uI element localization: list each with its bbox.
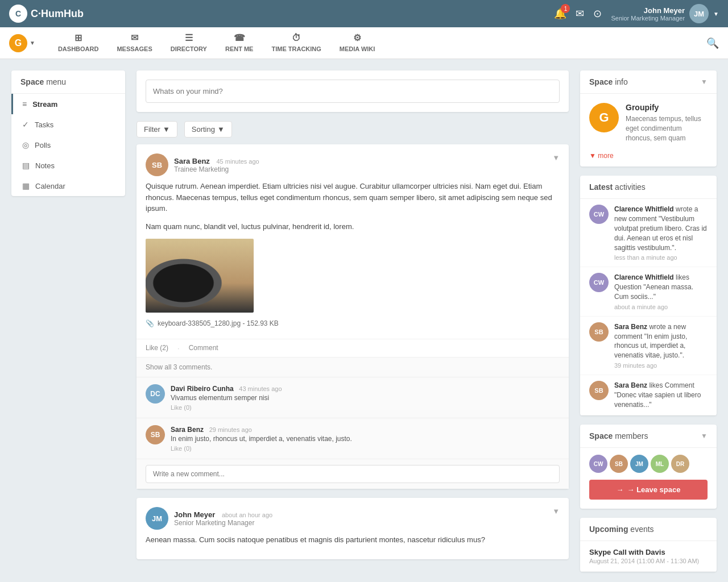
post-input-field[interactable] — [146, 80, 560, 103]
post1-actions: Like (2) · Comment — [136, 339, 569, 357]
rent-me-icon: ☎ — [234, 32, 245, 43]
activity2-text: Clarence Whitfield likes Question "Aenea… — [614, 273, 708, 301]
sidebar-item-tasks[interactable]: ✓ Tasks — [11, 114, 125, 135]
activity3-text: Sara Benz wrote a new comment "In enim j… — [614, 322, 708, 360]
user-dropdown-icon[interactable]: ▼ — [713, 11, 719, 17]
notifications-button[interactable]: 🔔 1 — [554, 7, 566, 20]
attachment-filename[interactable]: keyboard-338505_1280.jpg - 152.93 KB — [158, 319, 279, 327]
comment-item-2: SB Sara Benz 29 minutes ago In enim just… — [136, 418, 569, 459]
comment1-author[interactable]: Davi Ribeiro Cunha — [171, 385, 234, 393]
nav-dashboard[interactable]: ⊞ DASHBOARD — [49, 27, 108, 59]
post1-collapse-icon[interactable]: ▼ — [552, 153, 560, 162]
top-nav-icons: 🔔 1 ✉ ⊙ John Meyer Senior Marketing Mana… — [554, 4, 719, 23]
user-avatar[interactable]: JM — [689, 4, 709, 23]
new-comment-input[interactable] — [146, 465, 560, 483]
space-members-header: Space members ▼ — [580, 425, 717, 448]
leave-space-button[interactable]: → → Leave space — [589, 480, 708, 500]
activity1-text: Clarence Whitfield wrote a new comment "… — [614, 205, 708, 252]
help-button[interactable]: ⊙ — [593, 7, 602, 20]
member-avatar-5[interactable]: DR — [671, 455, 689, 473]
activity1-author[interactable]: Clarence Whitfield — [614, 205, 674, 213]
media-wiki-icon: ⚙ — [353, 32, 361, 43]
sidebar-item-polls[interactable]: ◎ Polls — [11, 135, 125, 155]
nav-messages[interactable]: ✉ MESSAGES — [107, 27, 161, 59]
sidebar-item-calendar[interactable]: ▦ Calendar — [11, 176, 125, 196]
filter-chevron-icon: ▼ — [163, 125, 170, 134]
member-avatar-4[interactable]: ML — [651, 455, 669, 473]
nav-directory[interactable]: ☰ DIRECTORY — [162, 27, 216, 59]
space-more-link[interactable]: ▼ more — [580, 152, 717, 167]
activity3-author[interactable]: Sara Benz — [614, 323, 647, 331]
post1-author-name[interactable]: Sara Benz — [174, 157, 210, 165]
sidebar-item-notes[interactable]: ▤ Notes — [11, 155, 125, 176]
member-avatar-1[interactable]: CW — [589, 455, 607, 473]
comment1-like-button[interactable]: Like (0) — [171, 404, 560, 411]
tasks-icon: ✓ — [22, 120, 29, 129]
dashboard-icon: ⊞ — [75, 32, 82, 43]
post1-text1: Quisque rutrum. Aenean imperdiet. Etiam … — [146, 181, 560, 214]
nav-rent-me[interactable]: ☎ RENT ME — [216, 27, 263, 59]
messages-button[interactable]: ✉ — [576, 7, 584, 20]
comment1-avatar: DC — [146, 384, 165, 404]
post1-image — [146, 239, 254, 313]
post-card-1: SB Sara Benz 45 minutes ago Trainee Mark… — [136, 144, 569, 489]
comment2-author[interactable]: Sara Benz — [171, 426, 204, 434]
post2-author-name[interactable]: John Meyer — [174, 510, 215, 519]
secondary-navigation: G ▼ ⊞ DASHBOARD ✉ MESSAGES ☰ DIRECTORY ☎… — [0, 27, 728, 59]
post1-body: Quisque rutrum. Aenean imperdiet. Etiam … — [136, 181, 569, 339]
space-info-header: Space info ▼ — [580, 70, 717, 94]
space-menu-header: Space menu — [11, 70, 125, 94]
post1-text2: Nam quam nunc, blandit vel, luctus pulvi… — [146, 221, 560, 232]
filter-button[interactable]: Filter ▼ — [136, 121, 177, 138]
upcoming-events-card: Upcoming events Skype Call with Davis Au… — [580, 518, 717, 572]
nav-time-tracking[interactable]: ⏱ TIME TRACKING — [262, 27, 330, 59]
notes-icon: ▤ — [22, 161, 30, 170]
polls-icon: ◎ — [22, 140, 29, 149]
post1-author-role: Trainee Marketing — [174, 165, 259, 173]
sidebar-item-stream[interactable]: ≡ Stream — [11, 94, 125, 114]
post1-comment-button[interactable]: Comment — [189, 344, 218, 352]
space-dropdown-icon[interactable]: ▼ — [30, 40, 35, 46]
upcoming-events-header: Upcoming events — [580, 518, 717, 541]
comment2-text: In enim justo, rhoncus ut, imperdiet a, … — [171, 435, 560, 443]
comment2-avatar: SB — [146, 425, 165, 444]
space-profile-info: Groupify Maecenas tempus, tellus eget co… — [626, 103, 708, 143]
member-avatar-2[interactable]: SB — [610, 455, 628, 473]
sidebar-calendar-label: Calendar — [35, 182, 65, 190]
user-info[interactable]: John Meyer Senior Marketing Manager JM ▼ — [611, 4, 719, 23]
post2-collapse-icon[interactable]: ▼ — [552, 507, 560, 516]
activity2-author[interactable]: Clarence Whitfield — [614, 273, 674, 281]
notification-badge: 1 — [561, 4, 570, 13]
nav-media-wiki[interactable]: ⚙ MEDIA WIKI — [330, 27, 384, 59]
comment1-text: Vivamus elementum semper nisi — [171, 394, 560, 402]
comment2-like-button[interactable]: Like (0) — [171, 445, 560, 452]
activity-item-2: CW Clarence Whitfield likes Question "Ae… — [580, 267, 717, 316]
latest-activities-card: Latest activities CW Clarence Whitfield … — [580, 176, 717, 415]
post-card-2: JM John Meyer about an hour ago Senior M… — [136, 498, 569, 559]
filter-bar: Filter ▼ Sorting ▼ — [136, 121, 569, 138]
nav-items-left: G ▼ ⊞ DASHBOARD ✉ MESSAGES ☰ DIRECTORY ☎… — [9, 27, 384, 59]
activity4-author[interactable]: Sara Benz — [614, 381, 647, 389]
space-selector[interactable]: G ▼ — [9, 34, 35, 52]
members-collapse-icon[interactable]: ▼ — [701, 432, 708, 440]
member-avatar-3[interactable]: JM — [630, 455, 648, 473]
post1-comments-section: Show all 3 comments. DC Davi Ribeiro Cun… — [136, 357, 569, 489]
post1-attachment: 📎 keyboard-338505_1280.jpg - 152.93 KB — [146, 319, 560, 327]
post1-like-button[interactable]: Like (2) — [146, 344, 168, 352]
app-logo[interactable]: C C·HumHub — [9, 5, 84, 23]
nav-directory-label: DIRECTORY — [171, 45, 207, 52]
comment2-content: Sara Benz 29 minutes ago In enim justo, … — [171, 425, 560, 452]
directory-icon: ☰ — [185, 32, 193, 43]
nav-time-tracking-label: TIME TRACKING — [271, 45, 321, 52]
activity-item-1: CW Clarence Whitfield wrote a new commen… — [580, 199, 717, 267]
activity3-avatar: SB — [589, 322, 609, 342]
show-all-comments-button[interactable]: Show all 3 comments. — [136, 357, 569, 377]
leave-space-icon: → — [617, 485, 624, 494]
upcoming-event-1: Skype Call with Davis August 21, 2014 (1… — [580, 541, 717, 572]
space-info-collapse-icon[interactable]: ▼ — [701, 78, 708, 86]
search-button[interactable]: 🔍 — [706, 37, 719, 49]
post1-header-left: SB Sara Benz 45 minutes ago Trainee Mark… — [146, 153, 259, 176]
sorting-button[interactable]: Sorting ▼ — [184, 121, 232, 138]
main-content: Filter ▼ Sorting ▼ SB Sara Benz 45 minut… — [136, 70, 569, 581]
event1-title[interactable]: Skype Call with Davis — [589, 548, 708, 556]
